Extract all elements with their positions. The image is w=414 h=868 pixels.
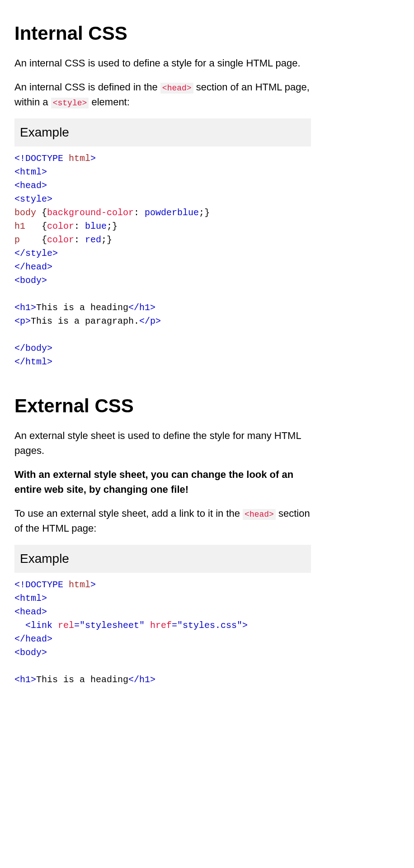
- code-example-external: <!DOCTYPE html> <html> <head> <link rel=…: [14, 573, 311, 687]
- code-token: <h1>: [14, 302, 36, 313]
- code-token: </html>: [14, 357, 52, 367]
- heading-external-css: External CSS: [14, 392, 311, 420]
- code-token: <body>: [14, 647, 47, 658]
- code-token: h1: [14, 221, 42, 231]
- code-token: </style>: [14, 248, 58, 259]
- code-token: }: [112, 221, 118, 231]
- text: element:: [89, 96, 130, 108]
- code-token: powderblue: [139, 208, 199, 218]
- heading-internal-css: Internal CSS: [14, 19, 311, 47]
- text: An internal CSS is defined in the: [14, 81, 160, 93]
- code-token: ="stylesheet": [74, 620, 145, 631]
- code-token: }: [107, 235, 112, 245]
- code-token: >: [242, 620, 248, 631]
- paragraph: An internal CSS is defined in the <head>…: [14, 80, 311, 109]
- code-token: background-color: [47, 208, 134, 218]
- inline-code-head: <head>: [160, 83, 193, 94]
- code-token: body: [14, 208, 42, 218]
- code-token: p: [14, 235, 42, 245]
- code-token: ;: [101, 235, 107, 245]
- code-token: <style>: [14, 194, 52, 204]
- paragraph: An external style sheet is used to defin…: [14, 428, 311, 458]
- code-token: {: [42, 235, 47, 245]
- code-token: <head>: [14, 607, 47, 617]
- code-token: href: [145, 620, 172, 631]
- example-label: Example: [14, 545, 311, 573]
- code-token: <link: [14, 620, 52, 631]
- code-token: {: [42, 221, 47, 231]
- code-token: rel: [52, 620, 74, 631]
- code-token: </h1>: [128, 675, 155, 685]
- code-token: </h1>: [128, 302, 155, 313]
- code-token: This is a heading: [36, 675, 128, 685]
- code-token: >: [90, 153, 96, 164]
- paragraph: To use an external style sheet, add a li…: [14, 506, 311, 536]
- code-token: <body>: [14, 275, 47, 286]
- text: To use an external style sheet, add a li…: [14, 508, 243, 519]
- code-token: <h1>: [14, 675, 36, 685]
- code-token: <head>: [14, 180, 47, 191]
- code-token: ;: [199, 208, 204, 218]
- code-token: {: [42, 208, 47, 218]
- inline-code-style: <style>: [51, 98, 89, 108]
- code-token: <!DOCTYPE: [14, 153, 63, 164]
- code-token: </p>: [139, 316, 161, 326]
- example-label: Example: [14, 118, 311, 146]
- code-token: </head>: [14, 634, 52, 644]
- paragraph-bold: With an external style sheet, you can ch…: [14, 467, 311, 497]
- code-token: :: [74, 235, 80, 245]
- code-token: blue: [80, 221, 107, 231]
- code-token: }: [204, 208, 210, 218]
- code-token: <p>: [14, 316, 31, 326]
- code-token: color: [47, 235, 74, 245]
- code-token: <!DOCTYPE: [14, 580, 63, 590]
- code-token: color: [47, 221, 74, 231]
- paragraph: An internal CSS is used to define a styl…: [14, 56, 311, 71]
- code-token: This is a heading: [36, 302, 128, 313]
- code-token: :: [74, 221, 80, 231]
- code-token: :: [134, 208, 139, 218]
- code-token: ="styles.css": [172, 620, 242, 631]
- code-token: </body>: [14, 343, 52, 354]
- code-token: html: [63, 153, 90, 164]
- code-token: red: [80, 235, 101, 245]
- code-token: >: [90, 580, 96, 590]
- code-token: html: [63, 580, 90, 590]
- code-token: </head>: [14, 262, 52, 272]
- code-token: ;: [107, 221, 112, 231]
- code-token: This is a paragraph.: [31, 316, 139, 326]
- code-token: <html>: [14, 167, 47, 177]
- code-token: <html>: [14, 593, 47, 604]
- inline-code-head: <head>: [243, 509, 276, 520]
- code-example-internal: <!DOCTYPE html> <html> <head> <style> bo…: [14, 146, 311, 369]
